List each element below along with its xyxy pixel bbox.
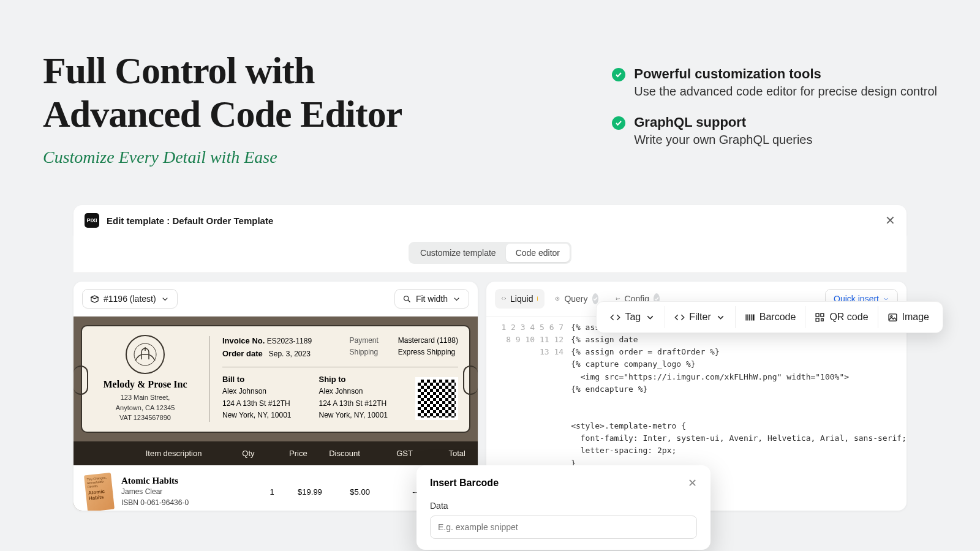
graphql-icon [555,296,560,301]
svg-rect-8 [821,318,824,321]
svg-rect-7 [816,318,820,321]
insert-barcode-button[interactable]: Barcode [736,306,806,328]
close-icon[interactable]: ✕ [688,476,697,490]
check-icon [612,68,625,81]
search-icon [402,294,412,304]
svg-rect-9 [889,313,897,320]
code-icon [674,312,685,323]
company-logo [126,335,165,374]
image-icon [888,312,898,323]
insert-tag-button[interactable]: Tag [601,306,665,328]
qr-icon [815,312,825,323]
page-title: Edit template : Default Order Template [107,216,273,226]
svg-rect-6 [821,313,824,317]
company-name: Melody & Prose Inc [93,379,197,390]
hero-title: Full Control with Advanced Code Editor [43,49,402,137]
svg-marker-3 [556,297,559,301]
chevron-down-icon [452,294,461,304]
chevron-down-icon [160,294,170,304]
svg-point-4 [557,298,558,299]
table-header: Item description Qty Price Discount GST … [74,441,478,465]
modal-field-label: Data [430,501,697,511]
barcode-icon [745,312,755,323]
svg-point-0 [404,296,409,301]
fit-width-dropdown[interactable]: Fit width [394,289,469,309]
insert-qrcode-button[interactable]: QR code [805,306,878,328]
quick-insert-popover: Tag Filter Barcode QR code Image [596,301,943,333]
insert-barcode-modal: Insert Barcode ✕ Data [417,465,710,550]
box-icon [90,294,99,304]
svg-line-1 [408,300,410,302]
close-icon[interactable]: ✕ [885,213,895,228]
chevron-down-icon [645,312,655,323]
status-dot [537,296,538,301]
tab-customize[interactable]: Customize template [410,244,506,262]
insert-image-button[interactable]: Image [878,306,938,328]
feature-title: GraphQL support [634,114,812,130]
insert-filter-button[interactable]: Filter [665,306,736,328]
tab-liquid[interactable]: Liquid [495,289,545,309]
qr-code [415,377,458,420]
code-icon [502,296,506,301]
code-icon [610,312,620,323]
book-cover: Tiny Changes, Remarkable Results Atomic … [84,472,115,510]
feature-title: Powerful customization tools [634,66,937,82]
chevron-down-icon [715,312,726,323]
config-icon [616,296,620,301]
check-badge-icon [592,293,598,304]
feature-desc: Write your own GraphQL queries [634,133,812,147]
hero-subtitle: Customize Every Detail with Ease [43,148,402,167]
tab-code-editor[interactable]: Code editor [506,244,570,262]
check-icon [612,116,625,130]
modal-title: Insert Barcode [430,478,499,489]
version-dropdown[interactable]: #1196 (latest) [82,289,178,309]
feature-desc: Use the advanced code editor for precise… [634,84,937,99]
app-logo: PIXI [85,213,99,228]
svg-rect-5 [816,313,820,317]
company-address: 123 Main Street, Anytown, CA 12345 VAT 1… [93,392,197,423]
barcode-data-input[interactable] [430,515,697,539]
